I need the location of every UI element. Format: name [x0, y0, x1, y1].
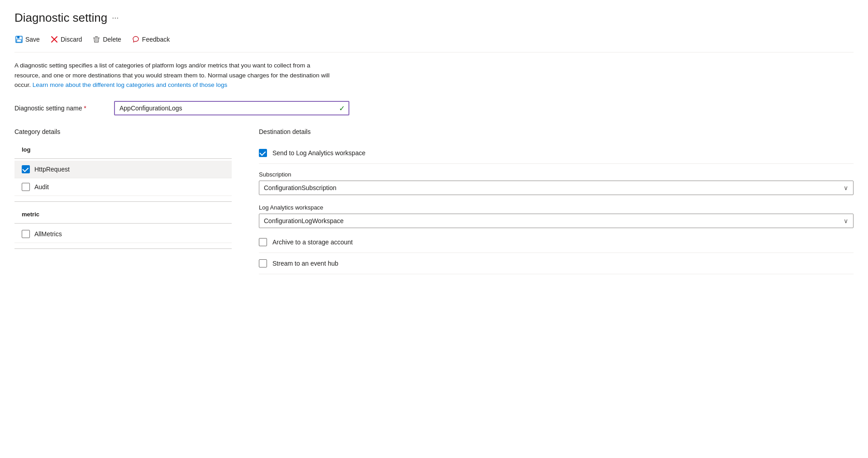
subscription-section: Subscription ConfigurationSubscription	[259, 166, 854, 199]
destination-details-title: Destination details	[259, 128, 854, 135]
discard-icon	[51, 36, 58, 43]
log-group-label: log	[14, 143, 232, 157]
category-item-allmetrics: AllMetrics	[14, 225, 232, 243]
dest-item-eventhub: Stream to an event hub	[259, 253, 854, 274]
eventhub-label: Stream to an event hub	[272, 260, 339, 267]
allmetrics-label: AllMetrics	[34, 230, 62, 238]
subscription-select[interactable]: ConfigurationSubscription	[259, 181, 854, 195]
allmetrics-checkbox[interactable]	[22, 230, 30, 238]
metric-group-label: metric	[14, 207, 232, 221]
subscription-select-wrapper: ConfigurationSubscription	[259, 181, 854, 195]
feedback-label: Feedback	[142, 36, 170, 43]
learn-more-link[interactable]: Learn more about the different log categ…	[33, 81, 228, 88]
svg-rect-2	[17, 39, 21, 42]
storage-label: Archive to a storage account	[272, 239, 353, 246]
eventhub-checkbox[interactable]	[259, 259, 267, 267]
bottom-divider	[14, 248, 232, 249]
toolbar: Save Discard Delete Feedba	[14, 34, 854, 52]
description: A diagnostic setting specifies a list of…	[14, 61, 331, 90]
category-details: Category details log HttpRequest Audit m…	[14, 128, 232, 274]
log-analytics-sub: Subscription ConfigurationSubscription L…	[259, 166, 854, 232]
log-analytics-label: Send to Log Analytics workspace	[272, 149, 365, 157]
discard-label: Discard	[61, 36, 82, 43]
dest-item-log-analytics: Send to Log Analytics workspace	[259, 143, 854, 164]
category-details-title: Category details	[14, 128, 232, 135]
svg-rect-6	[95, 36, 98, 37]
setting-name-input-wrapper: ✓	[114, 101, 349, 115]
storage-checkbox[interactable]	[259, 238, 267, 246]
feedback-icon	[132, 36, 139, 43]
httprequest-label: HttpRequest	[34, 166, 70, 173]
destination-details: Destination details Send to Log Analytic…	[259, 128, 854, 274]
workspace-select[interactable]: ConfigurationLogWorkspace	[259, 214, 854, 228]
delete-icon	[93, 36, 100, 43]
input-valid-icon: ✓	[339, 104, 345, 112]
audit-label: Audit	[34, 183, 49, 191]
subscription-label: Subscription	[259, 171, 854, 178]
svg-rect-5	[93, 38, 100, 38]
category-item-httprequest: HttpRequest	[14, 161, 232, 178]
save-icon	[15, 36, 23, 43]
feedback-button[interactable]: Feedback	[131, 34, 171, 45]
delete-button[interactable]: Delete	[92, 34, 122, 45]
workspace-section: Log Analytics workspace ConfigurationLog…	[259, 199, 854, 232]
setting-name-row: Diagnostic setting name * ✓	[14, 101, 854, 115]
dest-item-storage: Archive to a storage account	[259, 232, 854, 253]
page-title: Diagnostic setting	[14, 11, 107, 25]
workspace-select-wrapper: ConfigurationLogWorkspace	[259, 214, 854, 228]
metric-group-divider	[14, 223, 232, 224]
workspace-label: Log Analytics workspace	[259, 204, 854, 211]
httprequest-checkbox[interactable]	[22, 165, 30, 173]
setting-name-label: Diagnostic setting name *	[14, 105, 114, 112]
save-button[interactable]: Save	[14, 34, 41, 45]
category-item-audit: Audit	[14, 178, 232, 196]
delete-label: Delete	[103, 36, 121, 43]
svg-rect-1	[17, 36, 19, 38]
audit-checkbox[interactable]	[22, 183, 30, 191]
page-title-ellipsis: ···	[112, 13, 119, 23]
discard-button[interactable]: Discard	[50, 34, 83, 45]
log-analytics-checkbox[interactable]	[259, 149, 267, 157]
setting-name-input[interactable]	[114, 101, 349, 115]
log-group-divider	[14, 158, 232, 159]
log-metric-divider	[14, 201, 232, 202]
main-content: Category details log HttpRequest Audit m…	[14, 128, 854, 274]
save-label: Save	[25, 36, 40, 43]
page-title-container: Diagnostic setting ···	[14, 11, 854, 25]
